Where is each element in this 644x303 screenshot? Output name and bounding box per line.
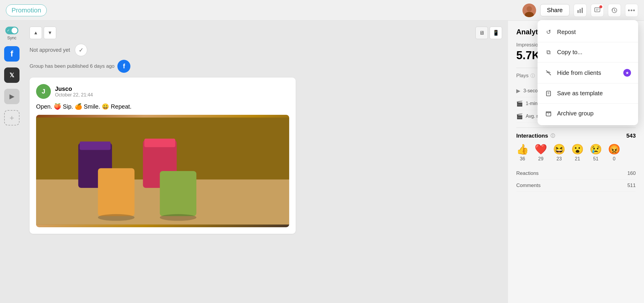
post-controls: ▲ ▼ 🖥 📱 xyxy=(30,27,502,39)
svg-rect-17 xyxy=(160,171,196,216)
chevron-down-icon: ▼ xyxy=(48,30,52,36)
chevron-up-icon: ▲ xyxy=(33,30,38,36)
dropdown-item-copy-to[interactable]: ⧉ Copy to... xyxy=(538,43,638,61)
svg-rect-13 xyxy=(80,141,111,150)
like-count: 36 xyxy=(520,156,525,162)
post-text: Open. 🍑 Sip. 🍊 Smile. 😄 Repeat. xyxy=(36,103,289,110)
reactions-label: Reactions xyxy=(516,170,539,176)
interactions-count: 543 xyxy=(626,133,636,139)
post-author-avatar: J xyxy=(36,84,51,99)
comments-row: Comments 511 xyxy=(516,180,636,192)
post-card: J Jusco October 22, 21:44 Open. 🍑 Sip. 🍊… xyxy=(30,78,296,234)
svg-rect-3 xyxy=(577,10,579,13)
archive-icon xyxy=(545,111,552,117)
emoji-heart: ❤️ 29 xyxy=(535,143,547,162)
dropdown-item-hide[interactable]: Hide from clients ★ xyxy=(538,64,638,82)
divider-repost xyxy=(538,42,638,42)
save-template-label: Save as template xyxy=(557,90,603,97)
svg-rect-16 xyxy=(98,168,135,216)
comments-count: 511 xyxy=(627,183,636,188)
emoji-angry: 😡 0 xyxy=(608,143,620,162)
ellipsis-icon: ••• xyxy=(628,7,635,14)
video-icon-avg: 🎬 xyxy=(516,113,523,120)
laugh-emoji: 😆 xyxy=(553,143,565,155)
hide-icon xyxy=(545,70,552,76)
emoji-laugh: 😆 23 xyxy=(553,143,565,162)
twitter-icon: 𝕏 xyxy=(9,72,14,79)
post-date: October 22, 21:44 xyxy=(55,92,93,98)
history-icon xyxy=(611,7,618,14)
heart-emoji: ❤️ xyxy=(535,143,547,155)
facebook-icon-badge: f xyxy=(123,62,125,70)
dropdown-menu: ↺ Repost ⧉ Copy to... Hide from clients … xyxy=(538,20,638,125)
analytics-icon-button[interactable] xyxy=(574,4,587,17)
archive-group-label: Archive group xyxy=(557,110,593,117)
share-button[interactable]: Share xyxy=(540,4,569,16)
post-author-name: Jusco xyxy=(55,86,93,92)
post-author-info: Jusco October 22, 21:44 xyxy=(55,86,93,98)
user-avatar[interactable] xyxy=(522,4,536,17)
svg-point-18 xyxy=(98,214,135,221)
copy-to-label: Copy to... xyxy=(557,49,582,56)
approval-row: Not approved yet ✓ xyxy=(30,44,502,56)
info-icon-interactions: ⓘ xyxy=(551,133,555,139)
facebook-badge: f xyxy=(117,60,130,73)
nav-down-button[interactable]: ▼ xyxy=(44,27,56,39)
heart-count: 29 xyxy=(538,156,543,162)
more-options-button[interactable]: ••• xyxy=(625,4,638,17)
reactions-count: 160 xyxy=(627,170,636,176)
sidebar-item-youtube[interactable]: ▶ xyxy=(4,89,20,104)
divider-hide xyxy=(538,83,638,83)
svg-rect-15 xyxy=(144,139,175,147)
emoji-sad: 😢 51 xyxy=(590,143,602,162)
plus-icon: + xyxy=(9,113,14,123)
check-icon: ✓ xyxy=(7,28,10,33)
svg-rect-4 xyxy=(580,9,581,13)
sidebar: ✓ Sync f 𝕏 ▶ + xyxy=(0,21,24,303)
laugh-count: 23 xyxy=(556,156,562,162)
add-channel-button[interactable]: + xyxy=(4,110,20,125)
angry-emoji: 😡 xyxy=(608,143,620,155)
dropdown-item-repost[interactable]: ↺ Repost xyxy=(538,23,638,41)
play-icon-3sec: ▶ xyxy=(516,88,520,94)
divider-save xyxy=(538,103,638,104)
comments-label: Comments xyxy=(516,183,541,188)
promotion-badge: Promotion xyxy=(6,4,47,16)
copy-icon: ⧉ xyxy=(545,49,552,56)
sync-switch[interactable]: ✓ xyxy=(5,27,18,34)
info-icon-plays: ⓘ xyxy=(530,73,535,79)
desktop-view-button[interactable]: 🖥 xyxy=(475,27,488,39)
published-text: Group has been published 6 days ago xyxy=(30,63,114,69)
sidebar-item-facebook[interactable]: f xyxy=(4,46,20,62)
post-image[interactable]: ▶ xyxy=(36,115,289,227)
topbar-left: Promotion xyxy=(6,4,47,16)
mobile-view-button[interactable]: 📱 xyxy=(490,27,502,39)
approval-text: Not approved yet xyxy=(30,47,70,53)
svg-point-1 xyxy=(527,6,532,12)
emoji-wow: 😮 21 xyxy=(571,143,584,162)
like-emoji: 👍 xyxy=(516,143,529,155)
save-template-icon xyxy=(545,91,552,96)
video-icon-1min: 🎬 xyxy=(516,100,523,107)
youtube-icon: ▶ xyxy=(9,93,14,100)
dropdown-item-save-template[interactable]: Save as template xyxy=(538,85,638,102)
notification-badge xyxy=(599,5,602,8)
post-header: J Jusco October 22, 21:44 xyxy=(36,84,289,99)
approval-check-button[interactable]: ✓ xyxy=(75,44,87,56)
dropdown-item-archive[interactable]: Archive group xyxy=(538,105,638,122)
wow-count: 21 xyxy=(575,156,580,162)
hide-from-clients-label: Hide from clients xyxy=(557,70,601,76)
history-button[interactable] xyxy=(608,4,621,17)
emoji-like: 👍 36 xyxy=(516,143,529,162)
svg-rect-6 xyxy=(595,8,600,12)
sidebar-item-twitter[interactable]: 𝕏 xyxy=(4,67,20,83)
nav-up-button[interactable]: ▲ xyxy=(30,27,42,39)
sync-toggle[interactable]: ✓ Sync xyxy=(5,27,18,40)
topbar: Promotion Share xyxy=(0,0,644,21)
svg-point-19 xyxy=(160,214,196,221)
repost-icon: ↺ xyxy=(545,28,552,36)
divider-2 xyxy=(516,128,636,128)
notifications-button[interactable] xyxy=(591,4,604,17)
sad-count: 51 xyxy=(593,156,598,162)
reactions-row: Reactions 160 xyxy=(516,167,636,180)
